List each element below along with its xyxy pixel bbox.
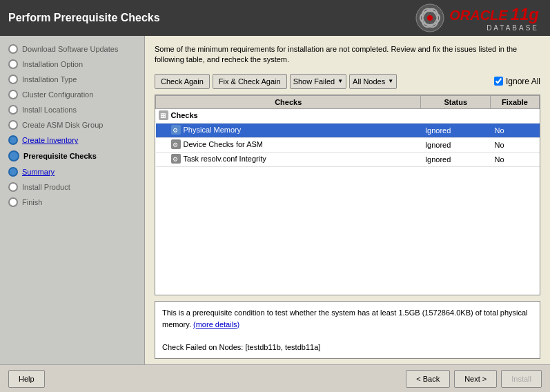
table-row-device-checks[interactable]: ⚙ Device Checks for ASM Ignored No — [156, 137, 540, 152]
check-name-device-checks: ⚙ Device Checks for ASM — [156, 137, 421, 152]
check-name-resolv: ⚙ Task resolv.conf Integrity — [156, 152, 421, 166]
main-container: Perform Prerequisite Checks ORACLE 11g D… — [0, 0, 550, 392]
sidebar-item-summary[interactable]: Summary — [0, 164, 144, 179]
main-panel: Some of the minimum requirements for ins… — [145, 36, 550, 364]
sidebar: Download Software Updates Installation O… — [0, 36, 145, 364]
info-text-2: Check Failed on Nodes: [testdb11b, testd… — [162, 343, 320, 351]
fix-check-again-button[interactable]: Fix & Check Again — [213, 74, 287, 89]
check-status-physical-memory: Ignored — [421, 123, 491, 137]
check-fixable-device-checks: No — [491, 137, 540, 152]
sidebar-item-create-inventory[interactable]: Create Inventory — [0, 133, 144, 148]
sidebar-item-download-software: Download Software Updates — [0, 41, 144, 57]
install-button[interactable]: Install — [501, 370, 542, 388]
footer-nav-buttons: < Back Next > Install — [406, 370, 542, 388]
page-title: Perform Prerequisite Checks — [8, 12, 160, 24]
check-status-device-checks: Ignored — [421, 137, 491, 152]
sidebar-item-prerequisite-checks: Prerequisite Checks — [0, 148, 144, 164]
table-row-resolv[interactable]: ⚙ Task resolv.conf Integrity Ignored No — [156, 152, 540, 166]
sidebar-item-create-asm-disk: Create ASM Disk Group — [0, 117, 144, 133]
description-text: Some of the minimum requirements for ins… — [155, 44, 540, 66]
table-group-row: ⊞ Checks — [156, 108, 540, 123]
step-icon-install-locations — [8, 105, 18, 115]
show-failed-dropdown[interactable]: Show Failed ▼ — [290, 74, 346, 89]
checks-table-container: Checks Status Fixable ⊞ — [155, 95, 540, 295]
step-icon-create-inventory — [8, 135, 18, 145]
all-nodes-arrow: ▼ — [388, 78, 393, 84]
checks-group-icon: ⊞ — [159, 110, 168, 120]
more-details-link[interactable]: (more details) — [193, 320, 239, 329]
sidebar-item-installation-option: Installation Option — [0, 57, 144, 72]
sidebar-item-cluster-config: Cluster Configuration — [0, 87, 144, 102]
ignore-all-label: Ignore All — [506, 77, 540, 86]
next-button[interactable]: Next > — [454, 370, 497, 388]
show-failed-arrow: ▼ — [337, 78, 343, 84]
step-icon-finish — [8, 197, 18, 207]
toolbar: Check Again Fix & Check Again Show Faile… — [155, 74, 540, 89]
oracle-version: 11g — [511, 5, 539, 24]
check-name-physical-memory: ⚙ Physical Memory — [156, 123, 421, 137]
sidebar-item-install-product: Install Product — [0, 179, 144, 195]
oracle-logo: ORACLE 11g DATABASE — [415, 3, 539, 33]
check-status-resolv: Ignored — [421, 152, 491, 166]
all-nodes-dropdown[interactable]: All Nodes ▼ — [349, 74, 397, 89]
col-header-status: Status — [421, 95, 491, 108]
ignore-all-container: Ignore All — [494, 77, 540, 86]
back-button[interactable]: < Back — [406, 370, 450, 388]
oracle-database-label: DATABASE — [487, 24, 539, 32]
col-header-checks: Checks — [156, 95, 421, 108]
col-header-fixable: Fixable — [491, 95, 540, 108]
sidebar-item-install-locations: Install Locations — [0, 102, 144, 117]
svg-text:⊞: ⊞ — [160, 112, 166, 119]
ignore-all-checkbox[interactable] — [494, 77, 503, 86]
step-icon-installation-type — [8, 75, 18, 84]
header: Perform Prerequisite Checks ORACLE 11g D… — [0, 0, 550, 36]
checks-group-label: ⊞ Checks — [156, 108, 540, 123]
oracle-brand: ORACLE — [449, 8, 507, 23]
step-icon-cluster — [8, 90, 18, 99]
help-button[interactable]: Help — [8, 370, 45, 388]
info-panel: This is a prerequisite condition to test… — [155, 301, 540, 359]
svg-text:⚙: ⚙ — [173, 141, 178, 148]
sidebar-item-installation-type: Installation Type — [0, 72, 144, 87]
step-icon-download — [8, 44, 18, 54]
footer: Help < Back Next > Install — [0, 364, 550, 392]
step-icon-asm-disk — [8, 120, 18, 130]
check-fixable-physical-memory: No — [491, 123, 540, 137]
step-icon-installation-option — [8, 59, 18, 69]
svg-text:⚙: ⚙ — [173, 156, 178, 163]
oracle-text-group: ORACLE 11g DATABASE — [449, 5, 539, 32]
svg-point-4 — [427, 15, 433, 21]
resolv-icon: ⚙ — [171, 154, 181, 164]
svg-text:⚙: ⚙ — [173, 127, 178, 134]
check-again-button[interactable]: Check Again — [155, 74, 210, 89]
oracle-db-icon — [415, 3, 445, 33]
check-fixable-resolv: No — [491, 152, 540, 166]
physical-memory-icon: ⚙ — [171, 125, 181, 135]
sidebar-item-finish: Finish — [0, 195, 144, 210]
content-area: Download Software Updates Installation O… — [0, 36, 550, 364]
device-checks-icon: ⚙ — [171, 139, 181, 149]
step-icon-prerequisite — [8, 150, 19, 161]
table-row-physical-memory[interactable]: ⚙ Physical Memory Ignored No — [156, 123, 540, 137]
step-icon-install-product — [8, 182, 18, 192]
step-icon-summary — [8, 167, 18, 177]
checks-table: Checks Status Fixable ⊞ — [155, 95, 540, 167]
